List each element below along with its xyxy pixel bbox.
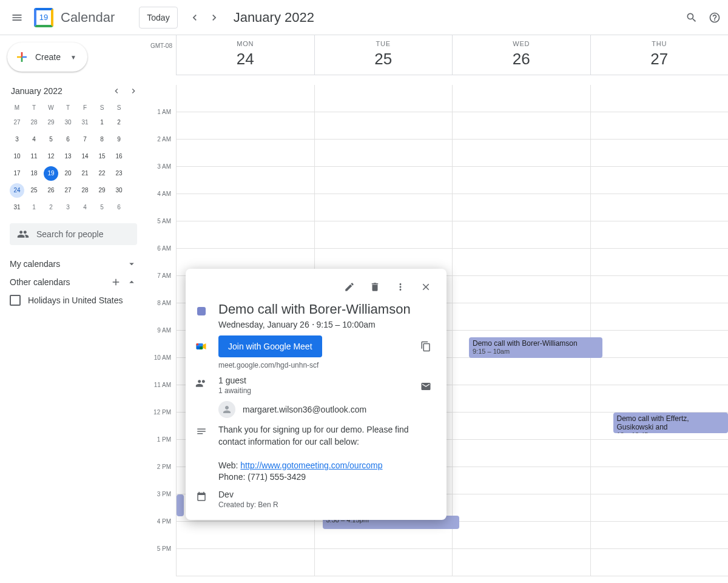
grid-cell[interactable] bbox=[452, 303, 590, 330]
mini-day-cell[interactable]: 1 bbox=[95, 115, 109, 130]
grid-cell[interactable] bbox=[176, 194, 314, 221]
mini-day-cell[interactable]: 29 bbox=[95, 183, 109, 198]
grid-cell[interactable] bbox=[590, 385, 729, 412]
grid-cell[interactable] bbox=[590, 112, 729, 139]
mini-day-cell[interactable]: 15 bbox=[95, 149, 109, 164]
grid-cell[interactable] bbox=[314, 112, 453, 139]
mini-day-cell[interactable]: 30 bbox=[61, 115, 75, 130]
mini-day-cell[interactable]: 5 bbox=[44, 132, 58, 147]
grid-cell[interactable] bbox=[314, 167, 453, 194]
mini-day-cell[interactable]: 27 bbox=[10, 115, 24, 130]
grid-cell[interactable] bbox=[176, 522, 314, 548]
prev-period-button[interactable] bbox=[185, 8, 204, 27]
event-wed-demo[interactable]: Demo call with Borer-Williamson 9:15 – 1… bbox=[469, 337, 602, 358]
my-calendars-toggle[interactable]: My calendars bbox=[7, 255, 147, 273]
grid-cell[interactable] bbox=[314, 549, 453, 576]
mini-day-cell[interactable]: 31 bbox=[10, 200, 24, 215]
support-button[interactable] bbox=[709, 5, 721, 30]
grid-cell[interactable] bbox=[452, 85, 590, 112]
grid-cell[interactable] bbox=[314, 221, 453, 248]
grid-cell[interactable] bbox=[176, 112, 314, 139]
next-period-button[interactable] bbox=[204, 8, 224, 27]
grid-cell[interactable] bbox=[452, 522, 590, 548]
grid-cell[interactable] bbox=[590, 549, 729, 576]
mini-day-cell[interactable]: 6 bbox=[112, 200, 126, 215]
other-calendars-toggle[interactable]: Other calendars bbox=[7, 273, 147, 291]
event-mon-partial[interactable] bbox=[177, 494, 184, 516]
mini-day-cell[interactable]: 18 bbox=[27, 166, 41, 181]
grid-cell[interactable] bbox=[452, 167, 590, 194]
mini-day-cell[interactable]: 4 bbox=[78, 200, 92, 215]
day-header[interactable]: TUE25 bbox=[314, 35, 453, 75]
mini-day-cell[interactable]: 27 bbox=[61, 183, 75, 198]
mini-day-cell[interactable]: 17 bbox=[10, 166, 24, 181]
grid-cell[interactable] bbox=[176, 85, 314, 112]
delete-event-button[interactable] bbox=[364, 276, 386, 298]
mini-day-cell[interactable]: 7 bbox=[78, 132, 92, 147]
grid-cell[interactable] bbox=[590, 194, 729, 221]
mini-day-cell[interactable]: 13 bbox=[61, 149, 75, 164]
mini-day-cell[interactable]: 30 bbox=[112, 183, 126, 198]
grid-cell[interactable] bbox=[590, 140, 729, 166]
mini-day-cell[interactable]: 29 bbox=[44, 115, 58, 130]
grid-cell[interactable] bbox=[314, 140, 453, 166]
mini-prev-button[interactable] bbox=[109, 84, 124, 98]
app-logo[interactable]: 19 Calendar bbox=[32, 5, 115, 30]
grid-cell[interactable] bbox=[590, 303, 729, 330]
grid-cell[interactable] bbox=[590, 249, 729, 275]
mini-day-cell[interactable]: 5 bbox=[95, 200, 109, 215]
grid-cell[interactable] bbox=[590, 494, 729, 521]
email-guests-button[interactable] bbox=[415, 376, 437, 397]
grid-cell[interactable] bbox=[590, 331, 729, 357]
main-menu-button[interactable] bbox=[5, 5, 29, 30]
description-web-link[interactable]: http://www.gotomeeting.com/ourcomp bbox=[240, 460, 382, 470]
grid-cell[interactable] bbox=[452, 112, 590, 139]
mini-day-cell[interactable]: 25 bbox=[27, 183, 41, 198]
mini-day-cell[interactable]: 23 bbox=[112, 166, 126, 181]
mini-day-cell[interactable]: 10 bbox=[10, 149, 24, 164]
grid-cell[interactable] bbox=[452, 194, 590, 221]
mini-day-cell[interactable]: 2 bbox=[112, 115, 126, 130]
grid-cell[interactable] bbox=[590, 221, 729, 248]
grid-cell[interactable] bbox=[176, 167, 314, 194]
mini-day-cell[interactable]: 4 bbox=[27, 132, 41, 147]
grid-cell[interactable] bbox=[590, 85, 729, 112]
mini-day-cell[interactable]: 31 bbox=[78, 115, 92, 130]
mini-day-cell[interactable]: 11 bbox=[27, 149, 41, 164]
grid-cell[interactable] bbox=[452, 467, 590, 494]
grid-cell[interactable] bbox=[176, 221, 314, 248]
create-button[interactable]: Create ▼ bbox=[7, 42, 87, 72]
grid-cell[interactable] bbox=[452, 549, 590, 576]
add-other-calendar-button[interactable] bbox=[110, 277, 121, 288]
mini-day-cell[interactable]: 2 bbox=[44, 200, 58, 215]
grid-cell[interactable] bbox=[452, 358, 590, 385]
mini-day-cell[interactable]: 24 bbox=[10, 183, 24, 198]
grid-cell[interactable] bbox=[176, 549, 314, 576]
day-header[interactable]: THU27 bbox=[590, 35, 729, 75]
mini-day-cell[interactable]: 12 bbox=[44, 149, 58, 164]
grid-cell[interactable] bbox=[452, 276, 590, 303]
grid-cell[interactable] bbox=[314, 85, 453, 112]
mini-day-cell[interactable]: 9 bbox=[112, 132, 126, 147]
mini-day-cell[interactable]: 19 bbox=[44, 166, 58, 181]
search-people-input[interactable]: Search for people bbox=[10, 223, 137, 245]
mini-day-cell[interactable]: 6 bbox=[61, 132, 75, 147]
grid-cell[interactable] bbox=[590, 440, 729, 467]
grid-cell[interactable] bbox=[452, 440, 590, 467]
mini-next-button[interactable] bbox=[126, 84, 141, 98]
mini-day-cell[interactable]: 21 bbox=[78, 166, 92, 181]
grid-cell[interactable] bbox=[590, 467, 729, 494]
checkbox-unchecked-icon[interactable] bbox=[10, 295, 21, 306]
grid-cell[interactable] bbox=[452, 494, 590, 521]
grid-cell[interactable] bbox=[590, 522, 729, 548]
close-popup-button[interactable] bbox=[415, 276, 437, 298]
calendar-holidays-row[interactable]: Holidays in United States bbox=[7, 291, 147, 309]
mini-day-cell[interactable]: 28 bbox=[78, 183, 92, 198]
today-button[interactable]: Today bbox=[139, 7, 177, 29]
grid-cell[interactable] bbox=[590, 358, 729, 385]
grid-cell[interactable] bbox=[452, 140, 590, 166]
mini-day-cell[interactable]: 8 bbox=[95, 132, 109, 147]
edit-event-button[interactable] bbox=[339, 276, 360, 298]
grid-cell[interactable] bbox=[590, 276, 729, 303]
mini-day-cell[interactable]: 1 bbox=[27, 200, 41, 215]
